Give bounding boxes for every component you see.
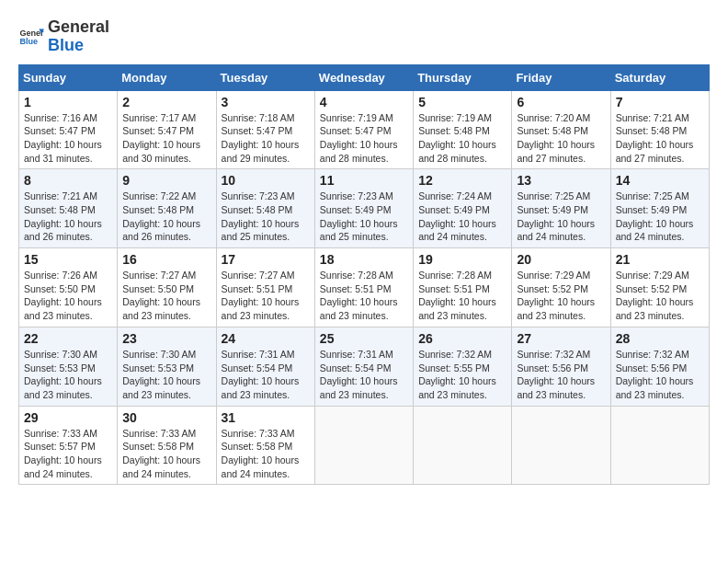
calendar-cell: 13Sunrise: 7:25 AM Sunset: 5:49 PM Dayli… — [512, 169, 610, 248]
calendar-cell: 10Sunrise: 7:23 AM Sunset: 5:48 PM Dayli… — [216, 169, 314, 248]
calendar-cell: 12Sunrise: 7:24 AM Sunset: 5:49 PM Dayli… — [414, 169, 512, 248]
calendar-cell: 15Sunrise: 7:26 AM Sunset: 5:50 PM Dayli… — [19, 248, 118, 327]
day-info: Sunrise: 7:32 AM Sunset: 5:55 PM Dayligh… — [418, 348, 506, 402]
logo: General Blue GeneralBlue — [18, 18, 109, 55]
day-info: Sunrise: 7:18 AM Sunset: 5:47 PM Dayligh… — [222, 111, 310, 166]
calendar-week-row: 22Sunrise: 7:30 AM Sunset: 5:53 PM Dayli… — [19, 327, 710, 406]
header-sunday: Sunday — [19, 64, 118, 90]
day-number: 20 — [517, 252, 605, 267]
calendar-week-row: 1Sunrise: 7:16 AM Sunset: 5:47 PM Daylig… — [19, 90, 710, 169]
calendar-cell: 27Sunrise: 7:32 AM Sunset: 5:56 PM Dayli… — [512, 327, 610, 406]
calendar-cell: 7Sunrise: 7:21 AM Sunset: 5:48 PM Daylig… — [610, 90, 709, 169]
calendar-cell — [610, 406, 709, 485]
day-info: Sunrise: 7:32 AM Sunset: 5:56 PM Dayligh… — [517, 348, 605, 402]
day-number: 14 — [616, 173, 704, 188]
calendar-week-row: 15Sunrise: 7:26 AM Sunset: 5:50 PM Dayli… — [19, 248, 710, 327]
calendar-cell: 21Sunrise: 7:29 AM Sunset: 5:52 PM Dayli… — [610, 248, 709, 327]
calendar-table: Sunday Monday Tuesday Wednesday Thursday… — [18, 64, 710, 486]
calendar-cell: 5Sunrise: 7:19 AM Sunset: 5:48 PM Daylig… — [414, 90, 512, 169]
day-info: Sunrise: 7:25 AM Sunset: 5:49 PM Dayligh… — [616, 190, 704, 244]
day-number: 3 — [222, 95, 310, 109]
day-info: Sunrise: 7:23 AM Sunset: 5:48 PM Dayligh… — [222, 190, 310, 244]
day-info: Sunrise: 7:33 AM Sunset: 5:58 PM Dayligh… — [222, 427, 310, 481]
calendar-cell: 24Sunrise: 7:31 AM Sunset: 5:54 PM Dayli… — [216, 327, 314, 406]
day-info: Sunrise: 7:31 AM Sunset: 5:54 PM Dayligh… — [320, 348, 408, 402]
day-number: 2 — [122, 95, 210, 109]
logo-text: GeneralBlue — [48, 18, 109, 55]
day-number: 1 — [24, 95, 112, 109]
calendar-cell: 29Sunrise: 7:33 AM Sunset: 5:57 PM Dayli… — [19, 406, 118, 485]
day-number: 21 — [616, 252, 704, 267]
day-number: 26 — [418, 331, 506, 346]
day-number: 9 — [122, 173, 210, 188]
day-number: 25 — [320, 331, 408, 346]
calendar-cell: 9Sunrise: 7:22 AM Sunset: 5:48 PM Daylig… — [118, 169, 216, 248]
day-info: Sunrise: 7:21 AM Sunset: 5:48 PM Dayligh… — [616, 111, 704, 166]
day-info: Sunrise: 7:25 AM Sunset: 5:49 PM Dayligh… — [517, 190, 605, 244]
day-number: 15 — [24, 252, 112, 267]
day-info: Sunrise: 7:28 AM Sunset: 5:51 PM Dayligh… — [320, 269, 408, 323]
day-number: 7 — [616, 95, 704, 109]
day-info: Sunrise: 7:28 AM Sunset: 5:51 PM Dayligh… — [418, 269, 506, 323]
day-number: 16 — [122, 252, 210, 267]
calendar-cell — [512, 406, 610, 485]
logo-icon: General Blue — [18, 24, 44, 50]
day-number: 31 — [222, 410, 310, 425]
svg-text:Blue: Blue — [19, 37, 38, 46]
day-info: Sunrise: 7:31 AM Sunset: 5:54 PM Dayligh… — [222, 348, 310, 402]
calendar-cell: 14Sunrise: 7:25 AM Sunset: 5:49 PM Dayli… — [610, 169, 709, 248]
calendar-cell: 4Sunrise: 7:19 AM Sunset: 5:47 PM Daylig… — [314, 90, 413, 169]
calendar-week-row: 29Sunrise: 7:33 AM Sunset: 5:57 PM Dayli… — [19, 406, 710, 485]
day-info: Sunrise: 7:23 AM Sunset: 5:49 PM Dayligh… — [320, 190, 408, 244]
day-info: Sunrise: 7:20 AM Sunset: 5:48 PM Dayligh… — [517, 111, 605, 166]
calendar-cell: 2Sunrise: 7:17 AM Sunset: 5:47 PM Daylig… — [118, 90, 216, 169]
day-info: Sunrise: 7:19 AM Sunset: 5:48 PM Dayligh… — [418, 111, 506, 166]
day-info: Sunrise: 7:17 AM Sunset: 5:47 PM Dayligh… — [122, 111, 210, 166]
calendar-cell: 28Sunrise: 7:32 AM Sunset: 5:56 PM Dayli… — [610, 327, 709, 406]
day-number: 27 — [517, 331, 605, 346]
calendar-cell: 8Sunrise: 7:21 AM Sunset: 5:48 PM Daylig… — [19, 169, 118, 248]
day-info: Sunrise: 7:24 AM Sunset: 5:49 PM Dayligh… — [418, 190, 506, 244]
header-thursday: Thursday — [414, 64, 512, 90]
calendar-cell: 16Sunrise: 7:27 AM Sunset: 5:50 PM Dayli… — [118, 248, 216, 327]
calendar-week-row: 8Sunrise: 7:21 AM Sunset: 5:48 PM Daylig… — [19, 169, 710, 248]
day-number: 13 — [517, 173, 605, 188]
day-number: 17 — [222, 252, 310, 267]
day-number: 8 — [24, 173, 112, 188]
day-number: 18 — [320, 252, 408, 267]
calendar-cell: 30Sunrise: 7:33 AM Sunset: 5:58 PM Dayli… — [118, 406, 216, 485]
calendar-cell: 1Sunrise: 7:16 AM Sunset: 5:47 PM Daylig… — [19, 90, 118, 169]
calendar-cell: 18Sunrise: 7:28 AM Sunset: 5:51 PM Dayli… — [314, 248, 413, 327]
calendar-cell: 11Sunrise: 7:23 AM Sunset: 5:49 PM Dayli… — [314, 169, 413, 248]
calendar-cell: 23Sunrise: 7:30 AM Sunset: 5:53 PM Dayli… — [118, 327, 216, 406]
day-info: Sunrise: 7:27 AM Sunset: 5:50 PM Dayligh… — [122, 269, 210, 323]
calendar-cell: 17Sunrise: 7:27 AM Sunset: 5:51 PM Dayli… — [216, 248, 314, 327]
day-info: Sunrise: 7:33 AM Sunset: 5:58 PM Dayligh… — [122, 427, 210, 481]
day-number: 29 — [24, 410, 112, 425]
day-number: 11 — [320, 173, 408, 188]
day-info: Sunrise: 7:29 AM Sunset: 5:52 PM Dayligh… — [616, 269, 704, 323]
day-info: Sunrise: 7:32 AM Sunset: 5:56 PM Dayligh… — [616, 348, 704, 402]
calendar-cell: 31Sunrise: 7:33 AM Sunset: 5:58 PM Dayli… — [216, 406, 314, 485]
calendar-cell: 6Sunrise: 7:20 AM Sunset: 5:48 PM Daylig… — [512, 90, 610, 169]
calendar-cell: 3Sunrise: 7:18 AM Sunset: 5:47 PM Daylig… — [216, 90, 314, 169]
calendar-cell — [414, 406, 512, 485]
calendar-cell: 20Sunrise: 7:29 AM Sunset: 5:52 PM Dayli… — [512, 248, 610, 327]
day-number: 23 — [122, 331, 210, 346]
day-info: Sunrise: 7:30 AM Sunset: 5:53 PM Dayligh… — [24, 348, 112, 402]
day-info: Sunrise: 7:27 AM Sunset: 5:51 PM Dayligh… — [222, 269, 310, 323]
calendar-cell: 26Sunrise: 7:32 AM Sunset: 5:55 PM Dayli… — [414, 327, 512, 406]
header-tuesday: Tuesday — [216, 64, 314, 90]
day-number: 30 — [122, 410, 210, 425]
day-info: Sunrise: 7:30 AM Sunset: 5:53 PM Dayligh… — [122, 348, 210, 402]
calendar-cell: 25Sunrise: 7:31 AM Sunset: 5:54 PM Dayli… — [314, 327, 413, 406]
day-number: 6 — [517, 95, 605, 109]
day-number: 19 — [418, 252, 506, 267]
calendar-cell: 19Sunrise: 7:28 AM Sunset: 5:51 PM Dayli… — [414, 248, 512, 327]
day-number: 12 — [418, 173, 506, 188]
day-info: Sunrise: 7:26 AM Sunset: 5:50 PM Dayligh… — [24, 269, 112, 323]
day-number: 24 — [222, 331, 310, 346]
header-friday: Friday — [512, 64, 610, 90]
day-number: 10 — [222, 173, 310, 188]
day-info: Sunrise: 7:16 AM Sunset: 5:47 PM Dayligh… — [24, 111, 112, 166]
